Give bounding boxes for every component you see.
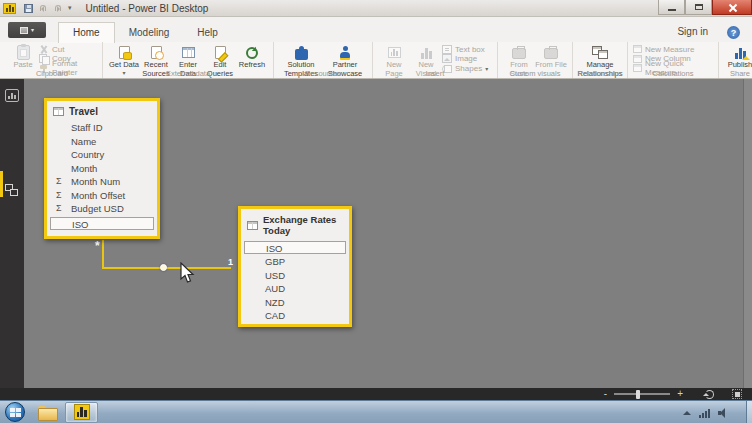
file-menu-icon <box>20 27 28 34</box>
relationship-midpoint-handle[interactable] <box>160 264 167 271</box>
field-staff-id[interactable]: Staff ID <box>47 121 157 135</box>
paste-icon <box>17 45 30 60</box>
field-iso-exchange[interactable]: ISO <box>244 241 346 254</box>
new-measure-button[interactable]: New Measure <box>633 45 713 54</box>
taskbar-file-explorer-button[interactable] <box>30 402 63 423</box>
ribbon-group-insert: New Page▾ New Visual Text box Image Shap… <box>373 42 498 78</box>
tab-home[interactable]: Home <box>58 22 115 43</box>
field-aud[interactable]: AUD <box>241 282 349 296</box>
sign-in-link[interactable]: Sign in <box>677 26 708 37</box>
report-view-icon[interactable] <box>5 89 19 102</box>
relationships-canvas[interactable]: * 1 Travel Staff ID Name Country Month Σ… <box>24 79 752 388</box>
cut-icon <box>39 45 49 54</box>
enter-data-icon <box>182 47 195 58</box>
field-usd[interactable]: USD <box>241 269 349 283</box>
field-name[interactable]: Name <box>47 135 157 149</box>
paste-button[interactable]: Paste <box>7 44 39 70</box>
fit-to-screen-icon[interactable] <box>732 389 742 399</box>
zoom-slider-handle[interactable] <box>636 390 640 399</box>
field-iso-travel[interactable]: ISO <box>50 217 154 230</box>
minimize-button[interactable] <box>658 0 685 15</box>
ribbon-group-external-data: Get Data▾ Recent Sources▾ Enter Data Edi… <box>103 42 274 78</box>
ribbon: Paste Cut Copy Format Painter Clipboard … <box>0 42 752 79</box>
table-exchange-rates-today[interactable]: Exchange Rates Today ISO GBP USD AUD NZD… <box>238 206 352 327</box>
reset-zoom-icon[interactable] <box>705 390 714 399</box>
refresh-icon <box>246 47 258 59</box>
close-button[interactable] <box>712 0 752 15</box>
from-file-button[interactable]: From File <box>535 44 567 70</box>
field-month-offset[interactable]: ΣMonth Offset <box>47 189 157 203</box>
person-icon <box>339 46 351 59</box>
from-file-icon <box>544 48 558 59</box>
help-icon[interactable]: ? <box>727 26 740 39</box>
ribbon-group-calculations: New Measure New Column New Quick Measure… <box>628 42 719 78</box>
ribbon-group-share: Publish Share <box>719 42 752 78</box>
cut-button[interactable]: Cut <box>39 45 97 54</box>
text-box-button[interactable]: Text box <box>442 45 492 54</box>
zoom-controls: - + <box>604 388 742 400</box>
image-button[interactable]: Image <box>442 55 492 64</box>
vertical-scrollbar[interactable] <box>743 79 752 388</box>
view-sidebar <box>0 79 24 388</box>
ribbon-tab-bar: ▾ Home Modeling Help Sign in ? <box>0 17 752 42</box>
mouse-cursor <box>179 262 195 284</box>
edit-queries-icon <box>215 46 226 59</box>
recent-sources-icon <box>151 46 162 59</box>
new-measure-icon <box>633 45 642 53</box>
refresh-button[interactable]: Refresh <box>236 44 268 70</box>
field-nzd[interactable]: NZD <box>241 296 349 310</box>
ribbon-group-resources: Solution Templates Partner Showcase Reso… <box>274 42 373 78</box>
field-country[interactable]: Country <box>47 148 157 162</box>
save-icon[interactable] <box>24 4 33 13</box>
field-budget-usd[interactable]: ΣBudget USD <box>47 202 157 216</box>
zoom-out-button[interactable]: - <box>604 389 607 399</box>
from-store-icon <box>512 48 526 59</box>
volume-icon[interactable] <box>718 408 728 418</box>
table-exchange-header[interactable]: Exchange Rates Today <box>241 209 349 240</box>
tab-help[interactable]: Help <box>183 23 232 43</box>
ribbon-group-custom-visuals: From Store From File Custom visuals <box>498 42 573 78</box>
group-label-share: Share <box>719 69 752 78</box>
start-button[interactable] <box>5 402 25 422</box>
group-label-resources: Resources <box>274 69 372 78</box>
title-bar: ▾ Untitled - Power BI Desktop <box>0 0 752 17</box>
quick-access-toolbar: ▾ <box>24 4 72 13</box>
file-menu-caret-icon: ▾ <box>31 27 34 33</box>
relationship-line-vertical[interactable] <box>102 240 104 268</box>
maximize-icon <box>695 4 703 10</box>
zoom-slider[interactable] <box>614 393 670 395</box>
field-cad[interactable]: CAD <box>241 309 349 323</box>
system-tray <box>683 401 744 423</box>
copy-icon <box>39 54 49 63</box>
table-travel-header[interactable]: Travel <box>47 101 157 121</box>
tray-expand-icon[interactable] <box>683 407 691 415</box>
field-gbp[interactable]: GBP <box>241 255 349 269</box>
table-travel[interactable]: Travel Staff ID Name Country Month ΣMont… <box>44 98 160 239</box>
table-icon <box>53 107 64 116</box>
undo-icon[interactable] <box>38 4 48 12</box>
ribbon-group-clipboard: Paste Cut Copy Format Painter Clipboard <box>2 42 103 78</box>
cardinality-many-marker: * <box>95 239 100 253</box>
group-label-external-data: External data <box>103 69 273 78</box>
relationships-view-icon[interactable] <box>5 183 19 196</box>
taskbar-power-bi-button[interactable] <box>65 402 98 423</box>
field-month-num[interactable]: ΣMonth Num <box>47 175 157 189</box>
folder-icon <box>38 406 56 419</box>
active-view-indicator <box>0 171 3 197</box>
file-menu-button[interactable]: ▾ <box>8 22 46 38</box>
publish-icon <box>733 46 747 59</box>
group-label-insert: Insert <box>373 69 497 78</box>
table-icon <box>247 221 258 230</box>
power-bi-desktop-window: ▾ Untitled - Power BI Desktop ▾ Home Mod… <box>0 0 752 423</box>
sum-icon: Σ <box>56 202 62 215</box>
minimize-icon <box>668 9 676 11</box>
network-icon[interactable] <box>699 408 710 418</box>
tab-modeling[interactable]: Modeling <box>115 23 184 43</box>
maximize-button[interactable] <box>685 0 712 15</box>
publish-button[interactable]: Publish <box>724 44 752 70</box>
qat-customize-caret-icon[interactable]: ▾ <box>68 4 72 12</box>
show-desktop-button[interactable] <box>746 401 752 423</box>
zoom-in-button[interactable]: + <box>677 389 683 399</box>
field-month[interactable]: Month <box>47 162 157 176</box>
redo-icon[interactable] <box>53 4 63 12</box>
